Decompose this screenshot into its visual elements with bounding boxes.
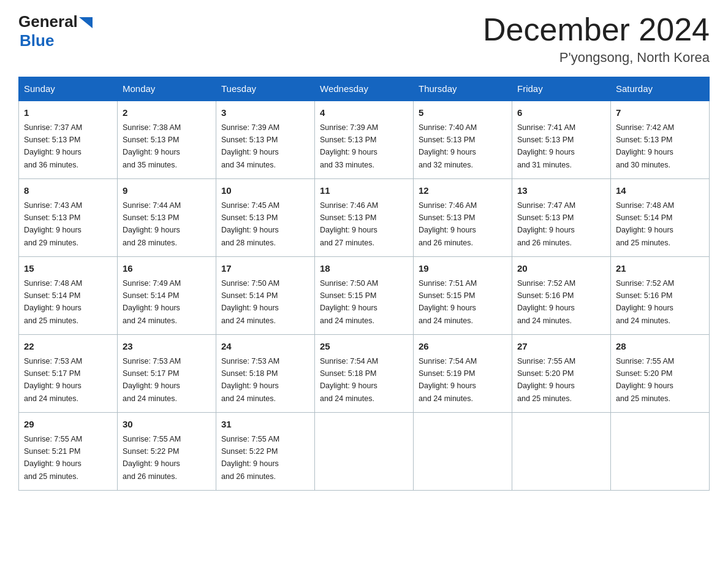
- day-number: 14: [616, 184, 704, 198]
- calendar-day-cell: 7Sunrise: 7:42 AMSunset: 5:13 PMDaylight…: [611, 101, 710, 179]
- calendar-day-cell: 8Sunrise: 7:43 AMSunset: 5:13 PMDaylight…: [19, 179, 118, 257]
- day-sun-info: Sunrise: 7:41 AMSunset: 5:13 PMDaylight:…: [517, 123, 575, 169]
- calendar-day-cell: 20Sunrise: 7:52 AMSunset: 5:16 PMDayligh…: [512, 257, 611, 335]
- day-sun-info: Sunrise: 7:55 AMSunset: 5:20 PMDaylight:…: [517, 357, 575, 403]
- calendar-day-cell: 19Sunrise: 7:51 AMSunset: 5:15 PMDayligh…: [414, 257, 512, 335]
- day-sun-info: Sunrise: 7:46 AMSunset: 5:13 PMDaylight:…: [320, 201, 378, 247]
- calendar-day-cell: 25Sunrise: 7:54 AMSunset: 5:18 PMDayligh…: [315, 335, 414, 413]
- calendar-day-cell: 26Sunrise: 7:54 AMSunset: 5:19 PMDayligh…: [414, 335, 512, 413]
- day-number: 15: [24, 262, 112, 276]
- calendar-week-row: 15Sunrise: 7:48 AMSunset: 5:14 PMDayligh…: [19, 257, 710, 335]
- day-number: 30: [123, 418, 211, 432]
- day-number: 28: [616, 340, 704, 354]
- day-number: 20: [517, 262, 605, 276]
- calendar-day-cell: 18Sunrise: 7:50 AMSunset: 5:15 PMDayligh…: [315, 257, 414, 335]
- day-sun-info: Sunrise: 7:47 AMSunset: 5:13 PMDaylight:…: [517, 201, 575, 247]
- day-number: 23: [123, 340, 211, 354]
- day-number: 26: [419, 340, 507, 354]
- day-number: 3: [221, 106, 309, 120]
- day-sun-info: Sunrise: 7:55 AMSunset: 5:21 PMDaylight:…: [24, 435, 82, 481]
- calendar-day-cell: [611, 413, 710, 491]
- logo-general-text: General: [18, 12, 78, 31]
- day-sun-info: Sunrise: 7:48 AMSunset: 5:14 PMDaylight:…: [24, 279, 82, 325]
- calendar-header-row: SundayMondayTuesdayWednesdayThursdayFrid…: [19, 77, 710, 101]
- calendar-day-cell: 27Sunrise: 7:55 AMSunset: 5:20 PMDayligh…: [512, 335, 611, 413]
- day-number: 29: [24, 418, 112, 432]
- day-number: 8: [24, 184, 112, 198]
- day-number: 16: [123, 262, 211, 276]
- calendar-day-cell: 14Sunrise: 7:48 AMSunset: 5:14 PMDayligh…: [611, 179, 710, 257]
- day-number: 10: [221, 184, 309, 198]
- day-of-week-header: Wednesday: [315, 77, 414, 101]
- day-number: 11: [320, 184, 408, 198]
- calendar-day-cell: 6Sunrise: 7:41 AMSunset: 5:13 PMDaylight…: [512, 101, 611, 179]
- day-of-week-header: Saturday: [611, 77, 710, 101]
- calendar-week-row: 29Sunrise: 7:55 AMSunset: 5:21 PMDayligh…: [19, 413, 710, 491]
- day-sun-info: Sunrise: 7:45 AMSunset: 5:13 PMDaylight:…: [221, 201, 279, 247]
- day-of-week-header: Sunday: [19, 77, 118, 101]
- day-number: 12: [419, 184, 507, 198]
- day-number: 1: [24, 106, 112, 120]
- page-header: General Blue December 2024 P'yongsong, N…: [18, 12, 710, 66]
- title-block: December 2024 P'yongsong, North Korea: [483, 12, 710, 66]
- calendar-week-row: 22Sunrise: 7:53 AMSunset: 5:17 PMDayligh…: [19, 335, 710, 413]
- logo-arrow-icon: [79, 17, 93, 28]
- day-sun-info: Sunrise: 7:53 AMSunset: 5:18 PMDaylight:…: [221, 357, 279, 403]
- calendar-day-cell: 17Sunrise: 7:50 AMSunset: 5:14 PMDayligh…: [216, 257, 315, 335]
- calendar-day-cell: [414, 413, 512, 491]
- day-sun-info: Sunrise: 7:50 AMSunset: 5:15 PMDaylight:…: [320, 279, 378, 325]
- day-number: 6: [517, 106, 605, 120]
- day-sun-info: Sunrise: 7:52 AMSunset: 5:16 PMDaylight:…: [616, 279, 674, 325]
- day-sun-info: Sunrise: 7:49 AMSunset: 5:14 PMDaylight:…: [123, 279, 181, 325]
- day-number: 13: [517, 184, 605, 198]
- day-sun-info: Sunrise: 7:43 AMSunset: 5:13 PMDaylight:…: [24, 201, 82, 247]
- day-sun-info: Sunrise: 7:54 AMSunset: 5:18 PMDaylight:…: [320, 357, 378, 403]
- day-sun-info: Sunrise: 7:38 AMSunset: 5:13 PMDaylight:…: [123, 123, 181, 169]
- day-sun-info: Sunrise: 7:51 AMSunset: 5:15 PMDaylight:…: [419, 279, 477, 325]
- calendar-day-cell: 2Sunrise: 7:38 AMSunset: 5:13 PMDaylight…: [118, 101, 216, 179]
- calendar-day-cell: 1Sunrise: 7:37 AMSunset: 5:13 PMDaylight…: [19, 101, 118, 179]
- day-sun-info: Sunrise: 7:52 AMSunset: 5:16 PMDaylight:…: [517, 279, 575, 325]
- calendar-day-cell: 22Sunrise: 7:53 AMSunset: 5:17 PMDayligh…: [19, 335, 118, 413]
- day-number: 22: [24, 340, 112, 354]
- calendar-week-row: 8Sunrise: 7:43 AMSunset: 5:13 PMDaylight…: [19, 179, 710, 257]
- calendar-day-cell: 4Sunrise: 7:39 AMSunset: 5:13 PMDaylight…: [315, 101, 414, 179]
- day-sun-info: Sunrise: 7:50 AMSunset: 5:14 PMDaylight:…: [221, 279, 279, 325]
- day-number: 17: [221, 262, 309, 276]
- calendar-day-cell: 9Sunrise: 7:44 AMSunset: 5:13 PMDaylight…: [118, 179, 216, 257]
- calendar-day-cell: 24Sunrise: 7:53 AMSunset: 5:18 PMDayligh…: [216, 335, 315, 413]
- day-sun-info: Sunrise: 7:39 AMSunset: 5:13 PMDaylight:…: [320, 123, 378, 169]
- day-number: 4: [320, 106, 408, 120]
- calendar-table: SundayMondayTuesdayWednesdayThursdayFrid…: [18, 77, 710, 491]
- day-sun-info: Sunrise: 7:48 AMSunset: 5:14 PMDaylight:…: [616, 201, 674, 247]
- day-number: 27: [517, 340, 605, 354]
- day-sun-info: Sunrise: 7:55 AMSunset: 5:22 PMDaylight:…: [221, 435, 279, 481]
- calendar-day-cell: 10Sunrise: 7:45 AMSunset: 5:13 PMDayligh…: [216, 179, 315, 257]
- location-title: P'yongsong, North Korea: [483, 50, 710, 66]
- calendar-day-cell: 29Sunrise: 7:55 AMSunset: 5:21 PMDayligh…: [19, 413, 118, 491]
- day-sun-info: Sunrise: 7:37 AMSunset: 5:13 PMDaylight:…: [24, 123, 82, 169]
- day-number: 18: [320, 262, 408, 276]
- day-sun-info: Sunrise: 7:40 AMSunset: 5:13 PMDaylight:…: [419, 123, 477, 169]
- svg-marker-0: [79, 17, 93, 28]
- day-sun-info: Sunrise: 7:55 AMSunset: 5:20 PMDaylight:…: [616, 357, 674, 403]
- calendar-day-cell: 11Sunrise: 7:46 AMSunset: 5:13 PMDayligh…: [315, 179, 414, 257]
- calendar-day-cell: 13Sunrise: 7:47 AMSunset: 5:13 PMDayligh…: [512, 179, 611, 257]
- day-sun-info: Sunrise: 7:55 AMSunset: 5:22 PMDaylight:…: [123, 435, 181, 481]
- calendar-day-cell: 31Sunrise: 7:55 AMSunset: 5:22 PMDayligh…: [216, 413, 315, 491]
- day-number: 21: [616, 262, 704, 276]
- day-number: 31: [221, 418, 309, 432]
- calendar-day-cell: [315, 413, 414, 491]
- logo: General Blue: [18, 12, 93, 50]
- day-sun-info: Sunrise: 7:39 AMSunset: 5:13 PMDaylight:…: [221, 123, 279, 169]
- day-number: 9: [123, 184, 211, 198]
- day-of-week-header: Monday: [118, 77, 216, 101]
- day-of-week-header: Thursday: [414, 77, 512, 101]
- day-number: 24: [221, 340, 309, 354]
- day-number: 2: [123, 106, 211, 120]
- month-title: December 2024: [483, 12, 710, 47]
- calendar-day-cell: 28Sunrise: 7:55 AMSunset: 5:20 PMDayligh…: [611, 335, 710, 413]
- day-number: 19: [419, 262, 507, 276]
- calendar-day-cell: [512, 413, 611, 491]
- day-number: 7: [616, 106, 704, 120]
